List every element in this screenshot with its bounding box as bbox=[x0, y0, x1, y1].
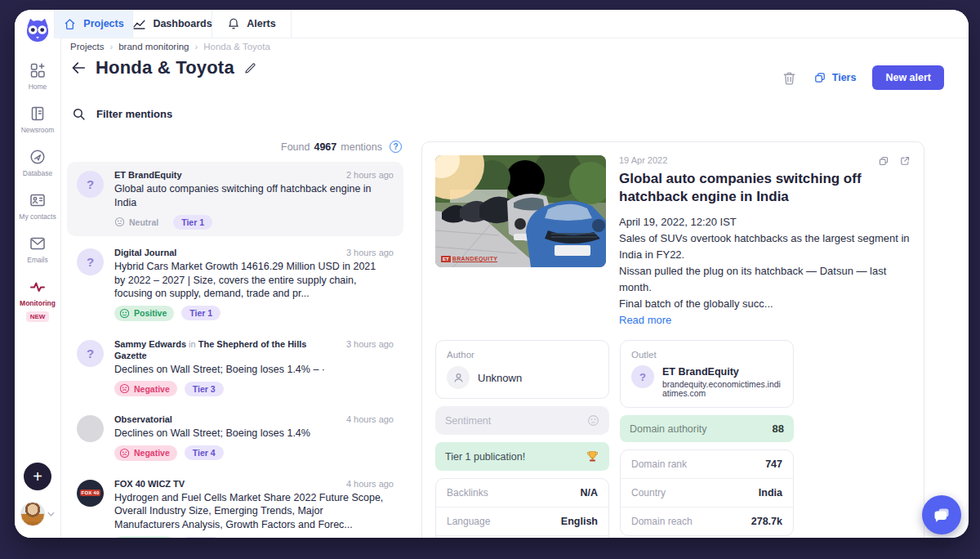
tab-projects[interactable]: Projects bbox=[54, 10, 133, 38]
found-suffix: mentions bbox=[341, 141, 382, 153]
author-card: Author Unknown bbox=[435, 340, 609, 399]
mention-title: Hybrid Cars Market Growth 14616.29 Milli… bbox=[114, 260, 394, 301]
stat-row: Article reach 7.0k bbox=[436, 536, 608, 538]
copy-icon[interactable] bbox=[878, 155, 889, 167]
found-prefix: Found bbox=[281, 141, 310, 153]
breadcrumb-current: Honda & Toyota bbox=[203, 42, 270, 51]
sidebar-item-emails[interactable]: Emails bbox=[27, 235, 48, 264]
sidebar-item-label: Newsroom bbox=[21, 126, 55, 134]
breadcrumb-separator: › bbox=[110, 42, 114, 51]
tiers-button[interactable]: Tiers bbox=[813, 71, 857, 84]
positive-face-icon bbox=[119, 308, 130, 319]
contact-card-icon bbox=[29, 191, 47, 209]
stat-row: Domain rank 747 bbox=[621, 450, 793, 479]
sidebar-item-my-contacts[interactable]: My contacts bbox=[19, 191, 56, 221]
breadcrumb-brand-monitoring[interactable]: brand monitoring bbox=[118, 42, 189, 51]
mention-avatar: FOX 40 bbox=[77, 480, 104, 507]
author-avatar bbox=[447, 366, 470, 389]
breadcrumb-projects[interactable]: Projects bbox=[70, 42, 105, 51]
filter-mentions-input[interactable]: Filter mentions bbox=[72, 107, 172, 121]
article-image: ET BRANDEQUITY bbox=[435, 155, 606, 267]
tab-dashboards[interactable]: Dashboards bbox=[133, 10, 212, 38]
back-arrow-icon[interactable] bbox=[70, 60, 87, 76]
edit-pencil-icon[interactable] bbox=[243, 61, 257, 75]
header-actions: Tiers New alert bbox=[782, 65, 944, 90]
tier-badge: Tier 4 bbox=[185, 445, 224, 460]
tiers-icon bbox=[813, 71, 826, 84]
chat-widget-button[interactable] bbox=[922, 495, 961, 534]
outlet-label: Outlet bbox=[631, 350, 782, 360]
sidebar-item-label: Monitoring bbox=[20, 299, 56, 307]
author-name: Unknown bbox=[478, 372, 522, 384]
sidebar-item-label: Emails bbox=[27, 256, 48, 264]
mention-item[interactable]: FOX 40 FOX 40 WICZ TV Hydrogen and Fuel … bbox=[67, 471, 403, 539]
compass-icon bbox=[29, 148, 47, 166]
found-mentions-row: Found 4967 mentions ? bbox=[70, 141, 402, 153]
breadcrumb-separator: › bbox=[195, 42, 198, 51]
mention-title: Declines on Wall Street; Boeing loses 1.… bbox=[114, 363, 394, 377]
sidebar-item-monitoring[interactable]: Monitoring NEW bbox=[20, 278, 56, 322]
new-alert-button[interactable]: New alert bbox=[872, 65, 944, 90]
left-sidebar: Home Newsroom Database My contacts Email… bbox=[15, 10, 61, 538]
tier-badge: Tier 3 bbox=[185, 382, 224, 396]
owl-logo-icon bbox=[23, 16, 52, 45]
mention-title: Declines on Wall Street; Boeing loses 1.… bbox=[114, 427, 394, 440]
mention-item[interactable]: Observatorial Declines on Wall Street; B… bbox=[67, 406, 403, 467]
mention-title: Hydrogen and Fuel Cells Market Share 202… bbox=[114, 491, 394, 532]
tab-alerts-label: Alerts bbox=[247, 18, 275, 29]
breadcrumb: Projects › brand monitoring › Honda & To… bbox=[70, 42, 270, 51]
mention-item[interactable]: ? Digital Journal Hybrid Cars Market Gro… bbox=[67, 239, 403, 328]
sidebar-item-newsroom[interactable]: Newsroom bbox=[21, 105, 55, 134]
stat-row: Domain reach 278.7k bbox=[621, 508, 793, 535]
external-link-icon[interactable] bbox=[899, 155, 911, 167]
filter-mentions-label: Filter mentions bbox=[96, 108, 172, 120]
search-icon bbox=[72, 107, 86, 121]
page-title: Honda & Toyota bbox=[96, 57, 234, 78]
user-menu[interactable] bbox=[20, 502, 55, 526]
negative-face-icon bbox=[119, 448, 130, 458]
outlet-card: Outlet ? ET BrandEquity brandequity.econ… bbox=[620, 340, 794, 408]
sentiment-badge: Negative bbox=[114, 445, 177, 461]
article-published-date: April 19, 2022, 12:20 IST bbox=[619, 214, 911, 230]
chevron-down-icon bbox=[47, 512, 55, 517]
chat-bubble-icon bbox=[932, 505, 951, 525]
user-avatar bbox=[20, 502, 45, 526]
article-title: Global auto companies switching off hatc… bbox=[619, 170, 911, 206]
sidebar-item-home[interactable]: Home bbox=[29, 61, 47, 91]
bell-icon bbox=[227, 17, 240, 30]
mention-time: 4 hours ago bbox=[346, 414, 394, 424]
tab-dashboards-label: Dashboards bbox=[153, 18, 212, 29]
create-project-button[interactable]: + bbox=[24, 463, 51, 490]
top-tab-bar: Projects Dashboards Alerts bbox=[54, 10, 969, 38]
pulse-icon bbox=[28, 278, 47, 296]
sidebar-item-database[interactable]: Database bbox=[23, 148, 52, 177]
mention-avatar: ? bbox=[77, 340, 104, 367]
domain-authority-card: Domain authority 88 bbox=[620, 415, 794, 442]
tab-projects-label: Projects bbox=[83, 18, 123, 29]
outlet-avatar: ? bbox=[631, 365, 654, 388]
chart-icon bbox=[132, 17, 146, 31]
author-label: Author bbox=[447, 350, 598, 360]
article-image-watermark: ET BRANDEQUITY bbox=[441, 256, 497, 262]
mention-item[interactable]: ? Sammy Edwards in The Shepherd of the H… bbox=[67, 331, 403, 404]
tiers-label: Tiers bbox=[832, 72, 857, 83]
mention-time: 4 hours ago bbox=[346, 479, 394, 489]
outlet-domain: brandequity.economictimes.indiatimes.com bbox=[662, 380, 782, 398]
mention-item[interactable]: ? ET BrandEquity Global auto companies s… bbox=[67, 162, 403, 236]
grid-plus-icon bbox=[29, 61, 47, 79]
sentiment-selector[interactable]: Sentiment bbox=[435, 406, 609, 435]
sidebar-item-label: Home bbox=[29, 83, 47, 91]
mention-title: Global auto companies switching off hatc… bbox=[114, 182, 394, 209]
tab-alerts[interactable]: Alerts bbox=[212, 10, 292, 38]
mention-time: 3 hours ago bbox=[346, 339, 394, 349]
read-more-link[interactable]: Read more bbox=[619, 312, 671, 329]
tier-badge: Tier 1 bbox=[181, 306, 220, 320]
app-logo[interactable] bbox=[23, 16, 52, 48]
outlet-name: ET BrandEquity bbox=[662, 366, 782, 378]
mention-avatar: ? bbox=[77, 248, 104, 275]
article-body-line: Nissan pulled the plug on its hatchback … bbox=[619, 263, 911, 296]
delete-project-icon[interactable] bbox=[782, 70, 797, 86]
sidebar-item-label: Database bbox=[23, 169, 52, 177]
article-date: 19 Apr 2022 bbox=[619, 155, 911, 165]
help-icon[interactable]: ? bbox=[390, 141, 402, 153]
